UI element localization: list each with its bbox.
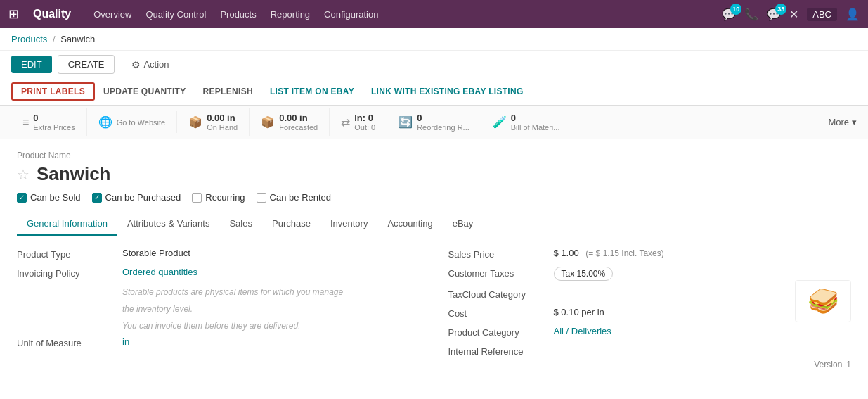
top-navigation: ⊞ Quality Overview Quality Control Produ… [0,0,868,28]
can-be-sold-cb[interactable] [17,193,27,203]
out-number: Out: 0 [354,123,375,132]
reorder-icon: 🔄 [399,115,413,129]
can-be-sold-checkbox[interactable]: Can be Sold [17,192,81,203]
nav-icons: 💬 10 📞 💬 33 ✕ ABC 👤 [722,8,860,21]
gear-icon: ⚙ [131,59,141,70]
stat-in-out[interactable]: ⇄ In: 0 Out: 0 [330,108,387,136]
invoicing-label: Invoicing Policy [17,267,122,279]
avatar-icon[interactable]: 👤 [846,8,860,21]
bom-number: 0 [511,113,560,123]
nav-links: Overview Quality Control Products Report… [93,9,711,20]
notifications-icon[interactable]: 💬 10 [722,8,736,21]
can-be-rented-cb[interactable] [257,193,266,203]
tab-ebay[interactable]: eBay [443,213,484,236]
invoice-note-2: the inventory level. [122,303,420,315]
invoice-note-3: You can invoice them before they are del… [122,319,420,332]
can-be-purchased-cb[interactable] [92,193,102,203]
recurring-checkbox[interactable]: Recurring [192,192,245,203]
form-left: Product Type Storable Product Invoicing … [17,248,420,364]
app-name: Quality [33,8,71,20]
tab-sales[interactable]: Sales [219,213,262,236]
version-label: Version [814,360,842,369]
can-be-sold-label: Can be Sold [30,192,81,203]
customer-taxes-label: Customer Taxes [448,267,554,279]
sales-price-label: Sales Price [448,248,554,260]
user-label[interactable]: ABC [807,8,837,21]
stat-extra-prices[interactable]: ≡ 0 Extra Prices [11,108,87,136]
product-category-value[interactable]: All / Deliveries [554,326,852,336]
uom-value[interactable]: in [122,336,420,347]
nav-quality-control[interactable]: Quality Control [145,9,206,20]
chevron-down-icon: ▾ [852,117,857,127]
nav-reporting[interactable]: Reporting [271,9,310,20]
tab-inventory[interactable]: Inventory [320,213,377,236]
checkboxes-row: Can be Sold Can be Purchased Recurring C… [17,192,851,203]
forecasted-number: 0.00 in [279,113,318,123]
tab-attributes-variants[interactable]: Attributes & Variants [117,213,220,236]
product-category-field: Product Category All / Deliveries [448,326,852,338]
recurring-label: Recurring [205,192,245,203]
close-icon[interactable]: ✕ [789,8,798,21]
stat-go-to-website[interactable]: 🌐 Go to Website [87,111,178,133]
phone-icon[interactable]: 📞 [744,8,758,21]
version-value: 1 [846,360,851,369]
product-form: Product Name ☆ Sanwich 🥪 Can be Sold Can… [0,139,868,375]
globe-icon: 🌐 [98,115,112,129]
product-type-value: Storable Product [122,248,420,258]
action-bar: EDIT CREATE ⚙ Action [0,51,868,78]
notification-badge: 10 [730,4,741,15]
edit-button[interactable]: EDIT [11,56,52,73]
nav-products[interactable]: Products [220,9,256,20]
list-ebay-button[interactable]: LIST ITEM ON EBAY [261,83,363,100]
nav-configuration[interactable]: Configuration [324,9,378,20]
product-name-label: Product Name [17,151,851,160]
form-right: Sales Price $ 1.00 (= $ 1.15 Incl. Taxes… [448,248,852,364]
update-quantity-button[interactable]: UPDATE QUANTITY [95,83,195,100]
taxcloud-field: TaxCloud Category [448,288,852,300]
star-icon[interactable]: ☆ [17,166,30,183]
form-tabs: General Information Attributes & Variant… [17,213,851,236]
stat-forecasted[interactable]: 📦 0.00 in Forecasted [250,108,330,136]
taxcloud-label: TaxCloud Category [448,288,554,300]
replenish-button[interactable]: REPLENISH [195,83,261,100]
stat-reordering[interactable]: 🔄 0 Reordering R... [387,108,481,136]
internal-reference-label: Internal Reference [448,345,554,357]
link-ebay-button[interactable]: LINK WITH EXISTING EBAY LISTING [363,83,532,100]
can-be-rented-label: Can be Rented [270,192,331,203]
invoicing-policy-field: Invoicing Policy Ordered quantities [17,267,420,279]
create-button[interactable]: CREATE [58,55,115,74]
breadcrumb-separator: / [53,34,56,44]
product-name-row: ☆ Sanwich [17,163,851,185]
product-type-field: Product Type Storable Product [17,248,420,260]
sales-price-value: $ 1.00 (= $ 1.15 Incl. Taxes) [554,248,852,258]
extra-prices-number: 0 [33,113,75,123]
tab-general-information[interactable]: General Information [17,213,117,236]
product-image[interactable]: 🥪 [795,280,851,322]
product-type-label: Product Type [17,248,122,260]
can-be-rented-checkbox[interactable]: Can be Rented [257,192,331,203]
box-on-hand-icon: 📦 [188,115,202,129]
action-link[interactable]: ⚙ Action [131,59,169,70]
stat-on-hand[interactable]: 📦 0.00 in On Hand [177,108,250,136]
recurring-cb[interactable] [192,193,202,203]
invoicing-value[interactable]: Ordered quantities [122,267,420,277]
secondary-action-bar: PRINT LABELS UPDATE QUANTITY REPLENISH L… [0,78,868,106]
product-form-wrapper: Product Name ☆ Sanwich 🥪 Can be Sold Can… [0,139,868,375]
tab-accounting[interactable]: Accounting [377,213,442,236]
customer-taxes-field: Customer Taxes Tax 15.00% [448,267,852,281]
stat-bom[interactable]: 🧪 0 Bill of Materi... [481,108,572,136]
tab-purchase[interactable]: Purchase [262,213,320,236]
nav-overview[interactable]: Overview [93,9,131,20]
invoice-note-1: Storable products are physical items for… [122,286,420,298]
tax-badge[interactable]: Tax 15.00% [554,267,614,281]
sales-price-field: Sales Price $ 1.00 (= $ 1.15 Incl. Taxes… [448,248,852,260]
on-hand-number: 0.00 in [207,113,238,123]
in-number: In: 0 [354,113,375,123]
print-labels-button[interactable]: PRINT LABELS [11,82,95,101]
can-be-purchased-checkbox[interactable]: Can be Purchased [92,192,181,203]
more-stats-button[interactable]: More ▾ [828,117,857,127]
chat-icon[interactable]: 💬 33 [767,8,781,21]
grid-icon[interactable]: ⊞ [8,6,19,22]
breadcrumb-parent[interactable]: Products [11,34,47,44]
reordering-number: 0 [417,113,469,123]
